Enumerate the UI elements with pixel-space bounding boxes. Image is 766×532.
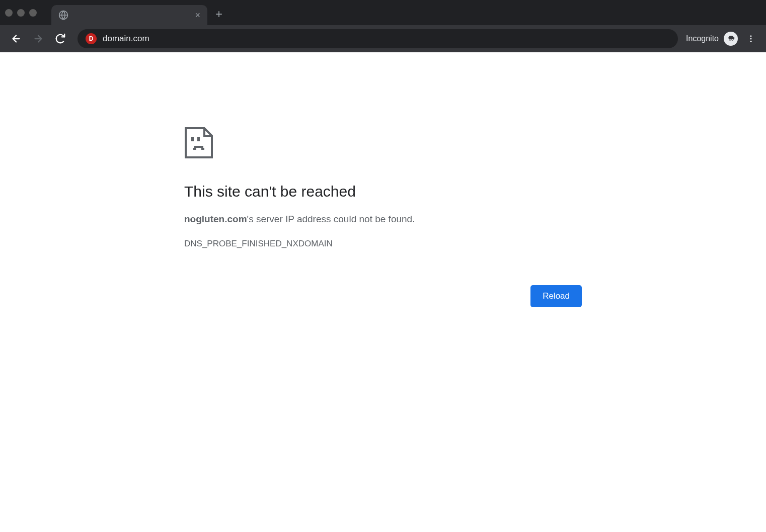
error-message-suffix: 's server IP address could not be found. — [247, 214, 415, 224]
error-box: This site can't be reached nogluten.com'… — [184, 127, 582, 307]
address-bar[interactable]: D domain.com — [78, 29, 678, 48]
browser-menu-button[interactable] — [743, 31, 759, 47]
close-tab-icon[interactable]: × — [195, 11, 200, 20]
toolbar-right: Incognito — [686, 31, 759, 47]
svg-point-2 — [750, 38, 752, 40]
error-message: nogluten.com's server IP address could n… — [184, 212, 582, 227]
svg-rect-5 — [197, 137, 200, 141]
incognito-label: Incognito — [686, 34, 719, 43]
tab-strip: × + — [0, 0, 766, 25]
toolbar: D domain.com Incognito — [0, 25, 766, 52]
new-tab-button[interactable]: + — [215, 4, 222, 21]
maximize-window-button[interactable] — [29, 9, 37, 17]
error-title: This site can't be reached — [184, 183, 582, 200]
reload-button-toolbar[interactable] — [51, 30, 69, 48]
site-favicon-icon: D — [86, 33, 97, 44]
window-controls — [5, 9, 41, 17]
back-button[interactable] — [7, 30, 25, 48]
svg-point-3 — [750, 41, 752, 42]
incognito-icon — [724, 32, 738, 46]
page-content: This site can't be reached nogluten.com'… — [0, 52, 766, 307]
globe-icon — [58, 10, 68, 20]
svg-rect-4 — [191, 137, 194, 141]
error-code: DNS_PROBE_FINISHED_NXDOMAIN — [184, 239, 582, 249]
error-host: nogluten.com — [184, 214, 247, 224]
svg-point-1 — [750, 35, 752, 37]
url-text: domain.com — [103, 34, 149, 44]
minimize-window-button[interactable] — [17, 9, 25, 17]
close-window-button[interactable] — [5, 9, 13, 17]
reload-button[interactable]: Reload — [530, 285, 582, 307]
forward-button[interactable] — [29, 30, 47, 48]
sad-page-icon — [184, 127, 582, 161]
browser-tab[interactable]: × — [51, 5, 207, 25]
reload-row: Reload — [184, 285, 582, 307]
